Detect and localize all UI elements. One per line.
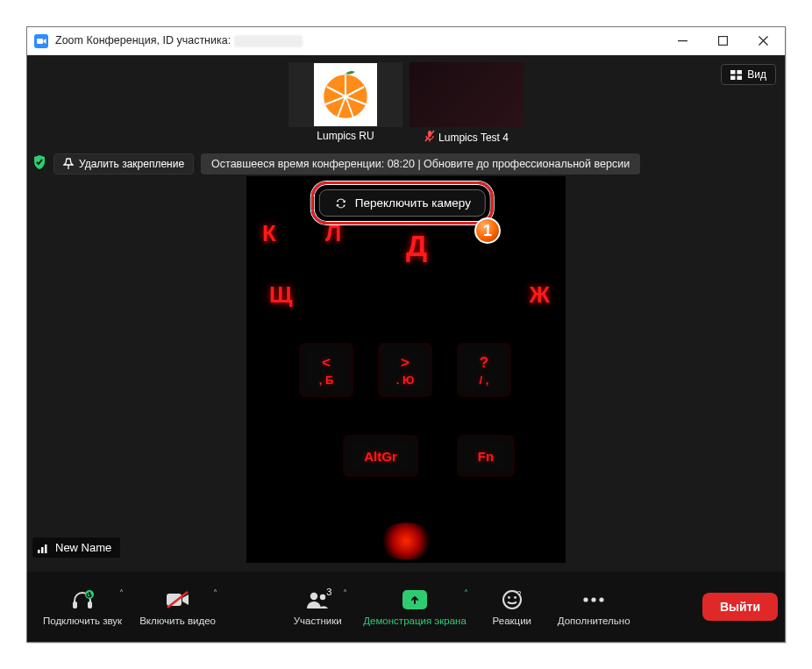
smile-icon: [501, 588, 524, 611]
svg-point-35: [600, 597, 604, 601]
self-name-label: New Name: [32, 537, 120, 558]
share-icon: [402, 590, 427, 609]
svg-point-31: [514, 596, 516, 599]
window-title: Zoom Конференция, ID участника:: [55, 34, 303, 47]
switch-camera-highlight: Переключить камеру: [311, 181, 494, 224]
switch-camera-label: Переключить камеру: [355, 196, 471, 210]
thumbnail-1-label: Lumpics RU: [317, 130, 374, 142]
participants-label: Участники: [294, 616, 342, 626]
participants-button[interactable]: 3 ˄ Участники: [281, 583, 354, 631]
share-label: Демонстрация экрана: [363, 616, 467, 626]
meeting-toolbar: ˄ Подключить звук ˄ Включить видео 3 ˄ У…: [27, 572, 785, 642]
svg-rect-1: [678, 40, 687, 41]
svg-point-33: [584, 597, 588, 601]
leave-button[interactable]: Выйти: [702, 593, 778, 621]
maximize-button[interactable]: [702, 27, 743, 54]
camera-off-icon: [165, 588, 191, 611]
audio-button[interactable]: ˄ Подключить звук: [34, 583, 131, 631]
share-screen-button[interactable]: ˄ Демонстрация экрана: [354, 583, 475, 631]
mic-muted-icon: [424, 130, 435, 145]
svg-rect-15: [730, 70, 736, 75]
titlebar: Zoom Конференция, ID участника:: [27, 27, 785, 55]
thumbnail-1[interactable]: Lumpics RU: [288, 62, 402, 145]
annotation-badge-1: 1: [474, 217, 501, 244]
reactions-button[interactable]: Реакции: [475, 583, 549, 631]
more-icon: [581, 588, 606, 611]
svg-point-28: [320, 594, 325, 599]
chevron-up-icon[interactable]: ˄: [343, 588, 347, 598]
more-label: Дополнительно: [558, 616, 630, 626]
time-remaining-bar[interactable]: Оставшееся время конференции: 08:20 | Об…: [201, 153, 640, 174]
shield-icon[interactable]: [32, 154, 46, 174]
participants-count: 3: [326, 587, 331, 597]
orange-avatar-icon: [314, 63, 377, 126]
svg-rect-22: [73, 601, 77, 609]
svg-rect-16: [737, 70, 743, 75]
meeting-content: Lumpics RU Lumpics Test 4 Вид Удалить за…: [27, 55, 785, 642]
minimize-button[interactable]: [662, 27, 702, 54]
svg-point-34: [592, 597, 596, 601]
participant-thumbnails: Lumpics RU Lumpics Test 4: [27, 62, 785, 145]
svg-point-30: [508, 596, 510, 599]
chevron-up-icon[interactable]: ˄: [213, 588, 217, 598]
svg-rect-20: [41, 547, 44, 553]
audio-label: Подключить звук: [43, 616, 122, 626]
window-controls: [662, 27, 783, 54]
svg-rect-21: [45, 544, 47, 553]
signal-icon: [38, 543, 50, 553]
reactions-label: Реакции: [493, 616, 531, 626]
svg-rect-23: [88, 601, 92, 609]
switch-icon: [334, 197, 348, 210]
pin-icon: [63, 158, 74, 170]
info-row: Удалить закрепление Оставшееся время кон…: [27, 152, 785, 176]
video-button[interactable]: ˄ Включить видео: [131, 583, 224, 631]
close-button[interactable]: [743, 27, 783, 54]
grid-icon: [730, 70, 742, 80]
view-button[interactable]: Вид: [721, 64, 776, 85]
svg-point-27: [310, 592, 317, 599]
participant-id-blur: [234, 35, 303, 47]
svg-rect-18: [737, 75, 743, 80]
unpin-button[interactable]: Удалить закрепление: [53, 153, 194, 174]
chevron-up-icon[interactable]: ˄: [464, 588, 468, 598]
unpin-label: Удалить закрепление: [79, 158, 184, 170]
svg-rect-0: [37, 39, 43, 44]
main-video: К Л Д Щ Ж <, Б >. Ю ?/ , AltGr Fn: [246, 176, 566, 563]
more-button[interactable]: Дополнительно: [549, 583, 639, 631]
thumbnail-2[interactable]: Lumpics Test 4: [410, 62, 524, 145]
chevron-up-icon[interactable]: ˄: [119, 588, 124, 598]
svg-rect-17: [730, 75, 736, 80]
svg-rect-2: [718, 37, 727, 46]
switch-camera-button[interactable]: Переключить камеру: [319, 189, 486, 217]
thumbnail-2-label: Lumpics Test 4: [438, 132, 509, 144]
view-button-label: Вид: [747, 68, 766, 81]
svg-rect-19: [38, 550, 40, 553]
zoom-logo-icon: [34, 34, 48, 48]
video-label: Включить видео: [139, 616, 216, 626]
headphones-icon: [70, 588, 95, 611]
app-window: Zoom Конференция, ID участника: Lumpics …: [26, 26, 786, 643]
